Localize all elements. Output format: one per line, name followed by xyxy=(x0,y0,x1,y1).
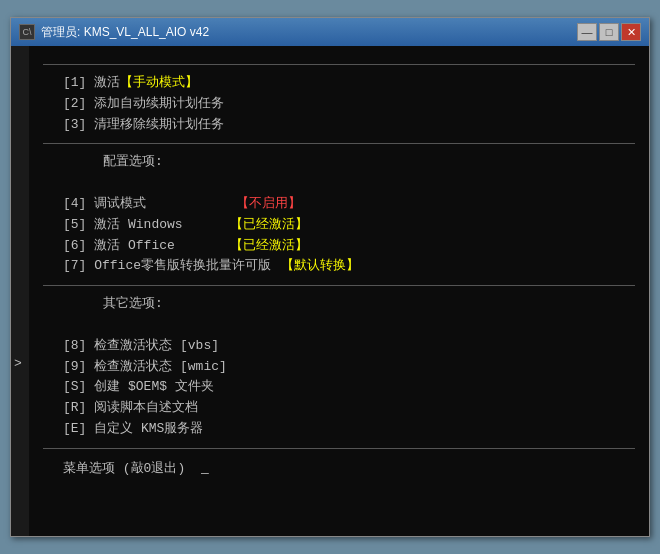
config-label: 配置选项: xyxy=(43,152,635,173)
menu-4-status: 【不启用】 xyxy=(236,194,301,215)
minimize-button[interactable]: — xyxy=(577,23,597,41)
menu-6-status: 【已经激活】 xyxy=(230,236,308,257)
menu-item-1: [1] 激活 【手动模式】 xyxy=(43,73,635,94)
menu-item-E: [E] 自定义 KMS服务器 xyxy=(43,419,635,440)
other-label: 其它选项: xyxy=(43,294,635,315)
prompt-line: 菜单选项 (敲0退出) _ xyxy=(43,459,635,480)
menu-item-6: [6] 激活 Office 【已经激活】 xyxy=(43,236,635,257)
separator-2 xyxy=(43,143,635,144)
menu-item-4: [4] 调试模式 【不启用】 xyxy=(43,194,635,215)
menu-item-9: [9] 检查激活状态 [wmic] xyxy=(43,357,635,378)
menu-item-3: [3] 清理移除续期计划任务 xyxy=(43,115,635,136)
menu-1-prefix: [1] 激活 xyxy=(63,73,120,94)
left-border: > xyxy=(11,46,29,536)
menu-item-8: [8] 检查激活状态 [vbs] xyxy=(43,336,635,357)
prompt-text: 菜单选项 (敲0退出) xyxy=(63,459,185,480)
window-controls: — □ ✕ xyxy=(577,23,641,41)
cursor-blink: _ xyxy=(201,459,209,480)
menu-item-R: [R] 阅读脚本自述文档 xyxy=(43,398,635,419)
maximize-button[interactable]: □ xyxy=(599,23,619,41)
separator-3 xyxy=(43,285,635,286)
sidebar-arrow: > xyxy=(11,46,29,371)
menu-item-5: [5] 激活 Windows 【已经激活】 xyxy=(43,215,635,236)
menu-item-2: [2] 添加自动续期计划任务 xyxy=(43,94,635,115)
menu-6-prefix: [6] 激活 Office xyxy=(63,236,175,257)
menu-7-status: 【默认转换】 xyxy=(281,256,359,277)
separator-1 xyxy=(43,64,635,65)
menu-item-7: [7] Office零售版转换批量许可版 【默认转换】 xyxy=(43,256,635,277)
separator-4 xyxy=(43,448,635,449)
window-title: 管理员: KMS_VL_ALL_AIO v42 xyxy=(41,24,571,41)
menu-5-prefix: [5] 激活 Windows xyxy=(63,215,183,236)
console-content: [1] 激活 【手动模式】 [2] 添加自动续期计划任务 [3] 清理移除续期计… xyxy=(43,64,635,480)
close-button[interactable]: ✕ xyxy=(621,23,641,41)
menu-1-tag: 【手动模式】 xyxy=(120,73,198,94)
app-icon: C\ xyxy=(19,24,35,40)
menu-7-prefix: [7] Office零售版转换批量许可版 xyxy=(63,256,271,277)
menu-4-prefix: [4] 调试模式 xyxy=(63,194,146,215)
console-area: [1] 激活 【手动模式】 [2] 添加自动续期计划任务 [3] 清理移除续期计… xyxy=(29,46,649,536)
main-window: C\ 管理员: KMS_VL_ALL_AIO v42 — □ ✕ > [1] 激… xyxy=(10,17,650,537)
prompt-colon xyxy=(189,459,197,480)
menu-5-status: 【已经激活】 xyxy=(230,215,308,236)
menu-item-S: [S] 创建 $OEM$ 文件夹 xyxy=(43,377,635,398)
titlebar: C\ 管理员: KMS_VL_ALL_AIO v42 — □ ✕ xyxy=(11,18,649,46)
